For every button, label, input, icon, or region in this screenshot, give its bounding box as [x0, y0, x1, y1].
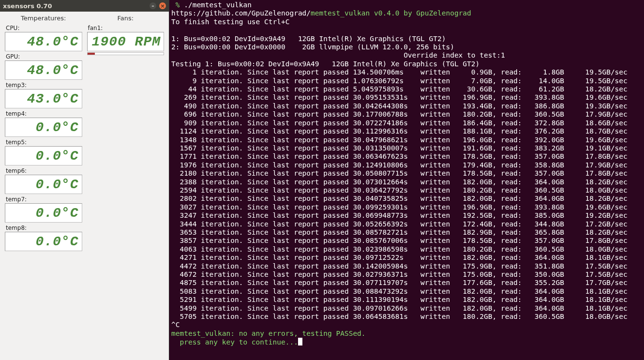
iteration-lines: 1 iteration. Since last report passed 13…	[171, 68, 628, 320]
sensor-block: temp8:0.0°C	[5, 225, 82, 251]
sensor-block: temp5:0.0°C	[5, 139, 82, 165]
sensor-block: temp7:0.0°C	[5, 196, 82, 223]
terminal[interactable]: % ./memtest_vulkan https://github.com/Gp…	[169, 0, 644, 360]
fan-value: 1900 RPM	[87, 32, 165, 51]
xsensors-window: xsensors 0.70 – × Temperatures: CPU:48.0…	[0, 0, 169, 360]
sensor-block: GPU:48.0°C	[5, 53, 82, 80]
sensor-value: 0.0°C	[5, 118, 82, 137]
sensor-value: 0.0°C	[5, 146, 82, 165]
sensor-label: temp7:	[5, 196, 82, 203]
command: ./memtest_vulkan	[184, 1, 252, 9]
sensor-block: temp3:43.0°C	[5, 82, 82, 108]
fan-block: fan1:1900 RPM	[87, 25, 165, 55]
url: https://github.com/GpuZelenograd/	[171, 9, 311, 17]
press-line: press any key to continue...	[171, 338, 298, 346]
temperatures-header: Temperatures:	[5, 15, 82, 22]
temperatures-column: Temperatures: CPU:48.0°CGPU:48.0°Ctemp3:…	[5, 15, 82, 253]
fans-header: Fans:	[87, 15, 165, 22]
sensor-block: temp6:0.0°C	[5, 167, 82, 194]
sensor-label: temp6:	[5, 167, 82, 174]
sensor-value: 43.0°C	[5, 89, 82, 108]
sensor-label: temp8:	[5, 225, 82, 231]
override-line: Override index to test:1	[171, 51, 505, 59]
fan-bar	[87, 52, 165, 55]
sensor-value: 0.0°C	[5, 203, 82, 223]
sensor-value: 0.0°C	[5, 175, 82, 194]
sensor-label: GPU:	[5, 53, 82, 60]
sensor-value: 48.0°C	[5, 32, 82, 51]
pass-line: memtest_vulkan: no any errors, testing P…	[171, 330, 366, 337]
sensor-value: 48.0°C	[5, 60, 82, 80]
sensor-value: 0.0°C	[5, 232, 82, 251]
banner: memtest_vulkan v0.4.0 by GpuZelenograd	[311, 9, 471, 17]
sensor-block: CPU:48.0°C	[5, 25, 82, 51]
window-title: xsensors 0.70	[3, 2, 52, 10]
close-icon[interactable]: ×	[159, 2, 166, 9]
fan-label: fan1:	[87, 25, 165, 31]
sensor-label: temp3:	[5, 82, 82, 89]
sensor-label: CPU:	[5, 25, 82, 31]
testing-line: Testing 1: Bus=0x00:02 DevId=0x9A49 12GB…	[171, 60, 479, 68]
ctrl-c: ^C	[171, 321, 180, 329]
cursor	[298, 338, 302, 345]
prompt: %	[171, 1, 184, 9]
hint: To finish testing use Ctrl+C	[171, 18, 289, 26]
minimize-icon[interactable]: –	[150, 2, 156, 9]
titlebar[interactable]: xsensors 0.70 – ×	[0, 0, 169, 12]
sensor-label: temp4:	[5, 110, 82, 117]
device-lines: 1: Bus=0x00:02 DevId=0x9A49 12GB Intel(R…	[171, 35, 454, 51]
fans-column: Fans: fan1:1900 RPM	[87, 15, 165, 253]
sensor-label: temp5:	[5, 139, 82, 146]
sensor-block: temp4:0.0°C	[5, 110, 82, 137]
